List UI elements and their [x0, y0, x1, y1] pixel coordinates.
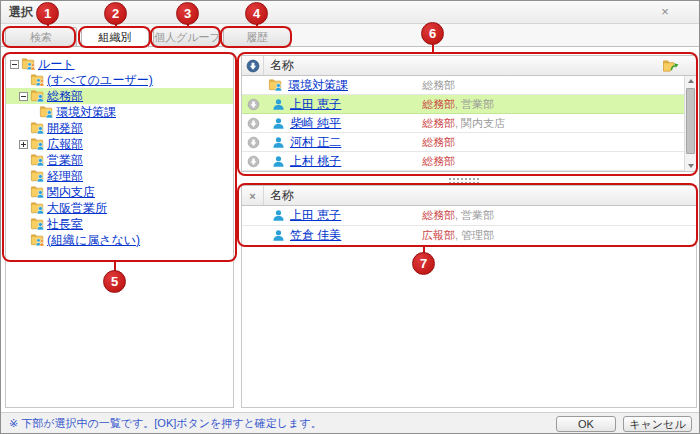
dept-primary: 総務部: [422, 154, 455, 169]
user-name-link[interactable]: 上村 桃子: [290, 153, 341, 170]
person-icon: [272, 229, 285, 242]
dept-primary: 総務部: [422, 116, 455, 131]
dept-primary: 総務部: [422, 208, 455, 223]
open-folder-action-button[interactable]: [662, 58, 680, 73]
available-row-user: 河村 正二 総務部: [242, 133, 696, 152]
person-icon: [272, 155, 285, 168]
dept-primary: 広報部: [422, 228, 455, 243]
tab-search[interactable]: 検索: [5, 27, 77, 47]
tree-item-label[interactable]: 開発部: [47, 120, 83, 136]
available-row-org: 環境対策課 総務部: [242, 76, 696, 95]
folder-user-icon: [30, 121, 45, 135]
tree-item-label[interactable]: 社長室: [47, 216, 83, 232]
tree-item-kouhou[interactable]: 広報部: [6, 136, 233, 152]
title-bar: 選択 ×: [1, 1, 699, 24]
tab-personal-group[interactable]: 個人グループ: [153, 27, 219, 47]
selected-row-user: 上田 恵子 総務部, 営業部: [242, 206, 696, 226]
scroll-up-icon[interactable]: [685, 76, 696, 86]
circle-down-icon: [247, 117, 260, 130]
collapse-icon[interactable]: [10, 60, 19, 69]
tree-item-osaka[interactable]: 大阪営業所: [6, 200, 233, 216]
tree-item-kankyou[interactable]: 環境対策課: [6, 104, 233, 120]
dept-primary: 総務部: [422, 135, 455, 150]
folder-user-icon: [30, 89, 45, 103]
cancel-button[interactable]: キャンセル: [623, 416, 692, 432]
available-row-user: 柴崎 純平 総務部, 関内支店: [242, 114, 696, 133]
folder-arrow-icon: [662, 58, 680, 73]
tree-item-unaffiliated[interactable]: (組織に属さない): [6, 232, 233, 248]
tree-item-label[interactable]: (組織に属さない): [47, 232, 140, 248]
org-tree-panel: ルート (すべてのユーザー) 総務部 環境対策課 開発部 広報部: [5, 53, 234, 408]
available-row-user: 上田 恵子 総務部, 営業部: [242, 95, 696, 114]
name-column-header: 名称: [264, 57, 294, 74]
tree-item-kaihatsu[interactable]: 開発部: [6, 120, 233, 136]
tree-item-label[interactable]: 関内支店: [47, 184, 95, 200]
folder-users-icon: [30, 73, 45, 87]
selected-row-user: 笠倉 佳美 広報部, 管理部: [242, 226, 696, 246]
dept-secondary: , 営業部: [455, 208, 494, 223]
available-list-header: 名称: [242, 56, 696, 76]
tab-history[interactable]: 履歴: [223, 27, 291, 47]
close-icon[interactable]: ×: [657, 4, 673, 20]
circle-down-icon: [247, 136, 260, 149]
remove-icon[interactable]: ×: [249, 190, 255, 202]
add-all-down-icon[interactable]: [246, 59, 260, 73]
tab-strip: 検索 組織別 個人グループ 履歴: [1, 24, 699, 47]
folder-users-icon: [30, 233, 45, 247]
dept-secondary: 総務部: [422, 78, 455, 93]
folder-user-icon: [30, 201, 45, 215]
expand-icon[interactable]: [19, 140, 28, 149]
collapse-icon[interactable]: [19, 92, 28, 101]
selection-dialog: 選択 × 検索 組織別 個人グループ 履歴 ルート (すべてのユーザー) 総務部…: [0, 0, 700, 434]
user-name-link[interactable]: 上田 恵子: [290, 96, 341, 113]
add-user-button[interactable]: [247, 98, 260, 111]
person-icon: [272, 136, 285, 149]
circle-down-icon: [247, 155, 260, 168]
selected-users-list: × 名称 上田 恵子 総務部, 営業部 笠倉 佳美 広報部, 管理部: [241, 185, 697, 408]
scrollbar-thumb[interactable]: [686, 88, 695, 154]
tree-item-eigyou[interactable]: 営業部: [6, 152, 233, 168]
footer-note: ※ 下部が選択中の一覧です。[OK]ボタンを押すと確定します。: [9, 413, 322, 434]
add-user-button[interactable]: [247, 117, 260, 130]
tree-item-label[interactable]: 大阪営業所: [47, 200, 107, 216]
folder-user-icon: [39, 105, 54, 119]
user-name-link[interactable]: 笠倉 佳美: [290, 227, 341, 244]
tree-item-soumubu[interactable]: 総務部: [6, 88, 233, 104]
splitter-handle[interactable]: [448, 177, 481, 184]
dept-secondary: , 管理部: [455, 228, 494, 243]
tree-item-keiri[interactable]: 経理部: [6, 168, 233, 184]
tree-item-label[interactable]: 環境対策課: [56, 104, 116, 120]
dept-secondary: , 関内支店: [455, 116, 505, 131]
tree-item-label[interactable]: 広報部: [47, 136, 83, 152]
tree-item-shachou[interactable]: 社長室: [6, 216, 233, 232]
available-row-user: 上村 桃子 総務部: [242, 152, 696, 171]
available-users-list: 名称 環境対策課 総務部 上田 恵子 総務部, 営業部 柴崎 純平 総務部, 関…: [241, 55, 697, 172]
scrollbar[interactable]: [684, 76, 696, 171]
tree-item-all-users[interactable]: (すべてのユーザー): [6, 72, 233, 88]
tree-item-kannai[interactable]: 関内支店: [6, 184, 233, 200]
folder-user-icon: [30, 185, 45, 199]
tab-by-organization[interactable]: 組織別: [81, 27, 149, 48]
user-name-link[interactable]: 柴崎 純平: [290, 115, 341, 132]
scroll-down-icon[interactable]: [685, 161, 696, 171]
name-column-header: 名称: [264, 187, 294, 204]
user-name-link[interactable]: 河村 正二: [290, 134, 341, 151]
folder-user-icon: [30, 169, 45, 183]
folder-users-icon: [21, 57, 36, 71]
tree-item-label[interactable]: 経理部: [47, 168, 83, 184]
person-icon: [272, 209, 285, 222]
person-icon: [272, 98, 285, 111]
tree-item-root[interactable]: ルート: [6, 56, 233, 72]
folder-user-icon: [30, 153, 45, 167]
org-name-link[interactable]: 環境対策課: [288, 77, 348, 94]
tree-item-label[interactable]: ルート: [38, 56, 75, 72]
add-user-button[interactable]: [247, 136, 260, 149]
folder-user-icon: [30, 137, 45, 151]
ok-button[interactable]: OK: [556, 416, 616, 432]
tree-item-label[interactable]: 総務部: [47, 88, 83, 104]
add-user-button[interactable]: [247, 155, 260, 168]
tree-item-label[interactable]: (すべてのユーザー): [47, 72, 153, 88]
tree-item-label[interactable]: 営業部: [47, 152, 83, 168]
dialog-title: 選択: [9, 1, 33, 24]
user-name-link[interactable]: 上田 恵子: [290, 207, 341, 224]
